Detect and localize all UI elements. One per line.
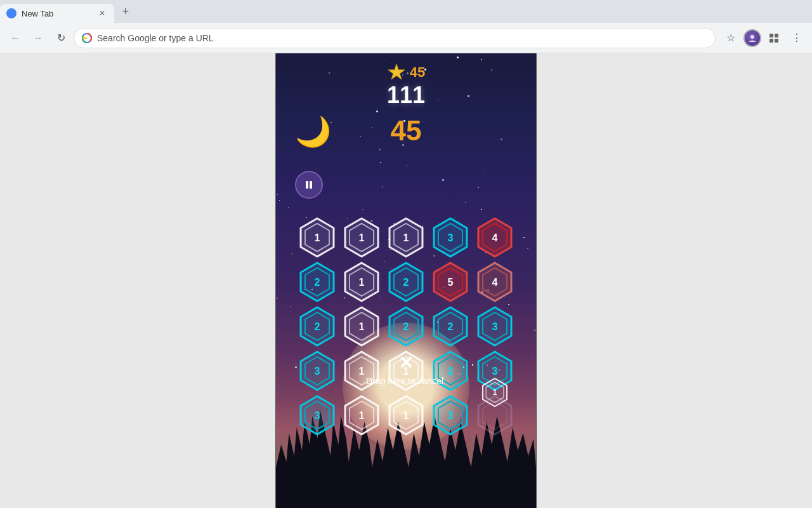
svg-text:4: 4 xyxy=(492,277,498,288)
address-text: Search Google or type a URL xyxy=(97,33,214,43)
tile-2-2[interactable]: 2 xyxy=(390,307,422,345)
tile-1-1[interactable]: 1 xyxy=(345,263,378,301)
toolbar: ← → ↻ Search Google or type a URL ☆ ⋮ xyxy=(0,23,812,53)
svg-point-2 xyxy=(750,35,754,39)
svg-text:3: 3 xyxy=(448,410,454,421)
back-button[interactable]: ← xyxy=(5,28,25,48)
tile-4-0[interactable]: 3 xyxy=(301,396,334,434)
tile-0-0[interactable]: 1 xyxy=(301,218,334,257)
svg-rect-4 xyxy=(775,34,778,37)
tile-0-2[interactable]: 1 xyxy=(390,218,422,257)
svg-text:3: 3 xyxy=(315,366,320,377)
target-score-label: 45 xyxy=(410,64,425,81)
svg-text:5: 5 xyxy=(448,277,454,288)
tile-2-4[interactable]: 3 xyxy=(478,307,511,345)
game-grid[interactable]: 1113421254212233112331131 xyxy=(295,215,517,453)
svg-text:3: 3 xyxy=(448,232,454,243)
target-score-row: 45 xyxy=(387,63,425,82)
svg-rect-3 xyxy=(769,34,773,37)
moves-remaining: 45 xyxy=(391,115,422,147)
google-logo xyxy=(82,33,92,43)
game-grid-wrapper: 1113421254212233112331131 xyxy=(295,215,517,455)
browser-frame: New Tab ✕ + ← → ↻ Search Google or type … xyxy=(0,0,812,508)
pause-button[interactable] xyxy=(295,171,323,199)
bookmark-button[interactable]: ☆ xyxy=(721,28,741,48)
svg-text:1: 1 xyxy=(359,321,365,332)
current-score: 111 xyxy=(387,82,425,109)
score-area: 45 111 xyxy=(276,53,536,109)
reload-button[interactable]: ↻ xyxy=(51,28,71,48)
extensions-button[interactable] xyxy=(764,28,784,48)
svg-text:3: 3 xyxy=(492,366,498,377)
profile-icon[interactable] xyxy=(743,29,761,47)
svg-text:1: 1 xyxy=(359,410,365,421)
tile-2-0[interactable]: 2 xyxy=(301,307,334,345)
hud: 45 111 45 xyxy=(276,53,536,147)
svg-text:1: 1 xyxy=(493,388,497,397)
pause-icon xyxy=(304,180,314,190)
tile-0-4[interactable]: 4 xyxy=(478,218,511,257)
content-area: 🌙 45 111 45 xyxy=(0,53,812,508)
svg-text:2: 2 xyxy=(403,277,409,288)
forward-button[interactable]: → xyxy=(28,28,48,48)
svg-text:3: 3 xyxy=(315,410,320,421)
svg-text:1: 1 xyxy=(359,277,365,288)
tile-4-1[interactable]: 1 xyxy=(345,396,378,434)
svg-text:3: 3 xyxy=(492,321,498,332)
tile-2-1[interactable]: 1 xyxy=(345,307,378,345)
menu-button[interactable]: ⋮ xyxy=(787,28,807,48)
svg-text:1: 1 xyxy=(315,232,320,243)
svg-text:2: 2 xyxy=(448,366,454,377)
svg-text:2: 2 xyxy=(315,277,320,288)
svg-text:4: 4 xyxy=(492,232,498,243)
address-bar[interactable]: Search Google or type a URL xyxy=(74,28,716,48)
svg-rect-6 xyxy=(775,39,778,43)
tile-1-0[interactable]: 2 xyxy=(301,263,334,301)
game-container: 🌙 45 111 45 xyxy=(275,53,537,508)
svg-text:2: 2 xyxy=(448,321,454,332)
svg-text:1: 1 xyxy=(359,366,365,377)
new-tab-button[interactable]: + xyxy=(117,3,134,20)
svg-text:1: 1 xyxy=(403,232,409,243)
tab-close-button[interactable]: ✕ xyxy=(96,8,108,19)
svg-marker-7 xyxy=(388,64,405,79)
cancel-zone: ✕ Drag here to cancel. xyxy=(366,352,446,386)
cancel-x-icon: ✕ xyxy=(398,352,413,373)
tile-1-3[interactable]: 5 xyxy=(434,263,467,301)
extra-tile[interactable]: 1 xyxy=(483,378,507,406)
svg-text:2: 2 xyxy=(315,321,320,332)
tile-1-2[interactable]: 2 xyxy=(390,263,422,301)
tile-1-4[interactable]: 4 xyxy=(478,263,511,301)
star-icon xyxy=(387,63,406,82)
svg-text:1: 1 xyxy=(359,232,365,243)
svg-rect-8 xyxy=(306,181,308,189)
tile-0-1[interactable]: 1 xyxy=(345,218,378,257)
svg-rect-9 xyxy=(310,181,312,189)
tab-favicon xyxy=(6,8,16,18)
tab-title: New Tab xyxy=(22,9,91,18)
svg-text:1: 1 xyxy=(403,410,409,421)
toolbar-right: ☆ ⋮ xyxy=(721,28,807,48)
tile-4-3[interactable]: 3 xyxy=(434,396,467,434)
svg-rect-5 xyxy=(769,39,773,43)
active-tab[interactable]: New Tab ✕ xyxy=(0,4,114,23)
cancel-text: Drag here to cancel. xyxy=(366,376,446,386)
svg-point-0 xyxy=(8,10,15,17)
svg-text:2: 2 xyxy=(403,321,409,332)
tab-bar: New Tab ✕ + xyxy=(0,0,812,23)
tile-3-0[interactable]: 3 xyxy=(301,352,334,390)
tile-2-3[interactable]: 2 xyxy=(434,307,467,345)
tile-4-2[interactable]: 1 xyxy=(390,396,422,434)
tile-0-3[interactable]: 3 xyxy=(434,218,467,257)
